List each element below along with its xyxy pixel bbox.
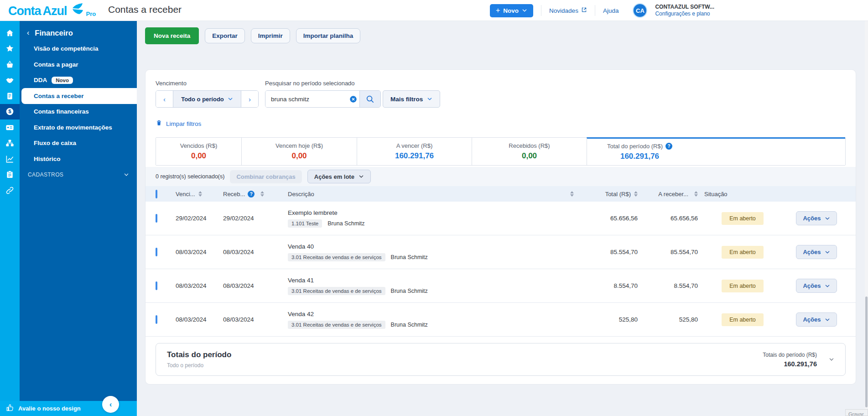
receipt-icon[interactable] (0, 88, 20, 104)
handshake-icon[interactable] (0, 73, 20, 88)
sidebar-panel: ‹ Financeiro Visão de competênciaContas … (20, 21, 137, 416)
row-acoes-button[interactable]: Ações (796, 211, 837, 225)
config-plan-link[interactable]: Configurações e plano (655, 10, 714, 17)
summary-card-total-do-periodo-r[interactable]: Total do período (R$)160.291,76 (587, 137, 845, 165)
novo-button[interactable]: Novo (490, 4, 533, 17)
row-checkbox[interactable] (156, 214, 157, 223)
novidades-link[interactable]: Novidades (549, 7, 587, 14)
period-dropdown[interactable]: Todo o período (173, 91, 241, 107)
limpar-filtros-link[interactable]: Limpar filtros (156, 120, 201, 128)
sidebar-item-contas-financeiras[interactable]: Contas financeiras (20, 104, 137, 120)
imprimir-button[interactable]: Imprimir (251, 28, 290, 43)
totals-right-label: Totais do período (R$) (763, 352, 817, 358)
help-icon[interactable] (248, 191, 255, 198)
leaf-icon (72, 3, 83, 16)
row-acoes-button[interactable]: Ações (796, 279, 837, 293)
row-description: Exemplo lembrete (288, 209, 365, 216)
summary-card-a-vencer-r[interactable]: A vencer (R$)160.291,76 (357, 138, 472, 165)
sidebar-item-extrato-de-movimentacoes[interactable]: Extrato de movimentações (20, 120, 137, 135)
ajuda-link[interactable]: Ajuda (603, 7, 619, 14)
status-badge: Em aberto (722, 212, 764, 225)
sidebar-item-contas-a-pagar[interactable]: Contas a pagar (20, 57, 137, 73)
sitemap-icon[interactable] (0, 135, 20, 151)
home-icon[interactable] (0, 25, 20, 41)
sidebar-section-header[interactable]: ‹ Financeiro (20, 25, 137, 41)
summary-card-recebidos-r[interactable]: Recebidos (R$)0,00 (472, 138, 587, 165)
search-input[interactable] (265, 91, 347, 107)
collapse-sidebar-button[interactable]: ‹ (102, 396, 119, 413)
sort-icon[interactable] (198, 191, 202, 197)
row-checkbox[interactable] (156, 281, 157, 290)
sort-icon[interactable] (570, 191, 574, 197)
header-divider (541, 5, 541, 16)
table-row: 08/03/202408/03/2024Venda 403.01 Receita… (146, 235, 856, 269)
next-period-button[interactable]: › (241, 91, 258, 107)
scrollbar-track[interactable] (865, 21, 868, 416)
novo-badge: Novo (52, 77, 73, 84)
help-icon[interactable] (665, 143, 672, 150)
sidebar-item-historico[interactable]: Histórico (20, 151, 137, 167)
importar-planilha-button[interactable]: Importar planilha (296, 28, 361, 43)
sidebar-item-visao-de-competencia[interactable]: Visão de competência (20, 41, 137, 57)
nova-receita-button[interactable]: Nova receita (145, 27, 199, 44)
app-logo[interactable]: Conta Azul Pro (8, 3, 96, 18)
row-vencimento: 08/03/2024 (176, 282, 223, 289)
acoes-em-lote-button[interactable]: Ações em lote (307, 170, 371, 183)
expand-totals-icon[interactable] (829, 357, 834, 362)
row-acoes-button[interactable]: Ações (796, 245, 837, 259)
row-acoes-button[interactable]: Ações (796, 312, 837, 327)
row-total: 85.554,70 (584, 249, 638, 255)
exportar-button[interactable]: Exportar (205, 28, 245, 43)
sidebar-item-contas-a-receber[interactable]: Contas a receber (21, 88, 137, 104)
table-row: 08/03/202408/03/2024Venda 423.01 Receita… (146, 303, 856, 337)
search-group (265, 90, 381, 108)
sidebar-item-cadastros[interactable]: CADASTROS (20, 167, 137, 183)
combinar-cobrancas-button[interactable]: Combinar cobranças (230, 170, 301, 183)
row-vencimento: 29/02/2024 (176, 215, 223, 222)
row-vencimento: 08/03/2024 (176, 316, 223, 323)
search-icon[interactable] (359, 91, 380, 107)
period-selector: ‹ Todo o período › (156, 90, 259, 108)
star-icon[interactable] (0, 41, 20, 57)
sidebar-item-fluxo-de-caixa[interactable]: Fluxo de caixa (20, 135, 137, 151)
sidebar-item-label: Histórico (34, 156, 61, 162)
thumbs-up-icon (6, 404, 14, 413)
summary-card-vencidos-r[interactable]: Vencidos (R$)0,00 (156, 138, 241, 165)
plus-icon (496, 6, 500, 15)
summary-card-label: Total do período (R$) (607, 143, 672, 150)
clipboard-icon[interactable] (0, 167, 20, 183)
mais-filtros-button[interactable]: Mais filtros (383, 90, 440, 108)
chart-icon[interactable] (0, 151, 20, 167)
row-checkbox[interactable] (156, 248, 157, 256)
chevron-down-icon (825, 317, 830, 322)
row-recebimento: 08/03/2024 (223, 282, 288, 289)
logo-azul: Azul (43, 4, 67, 18)
sidebar-item-dda[interactable]: DDANovo (20, 73, 137, 88)
dollar-icon[interactable]: $ (0, 104, 20, 120)
vencimento-label: Vencimento (156, 80, 259, 87)
summary-card-vencem-hoje-r[interactable]: Vencem hoje (R$)0,00 (241, 138, 357, 165)
row-a-receber: 8.554,70 (638, 282, 698, 289)
trash-icon (156, 120, 162, 128)
clear-search-icon[interactable] (347, 91, 359, 107)
col-vencimento: Venci... (176, 191, 195, 198)
link-icon[interactable] (0, 182, 20, 198)
card-icon[interactable] (0, 120, 20, 135)
gravar-tooltip: Gravar (845, 409, 868, 416)
chevron-down-icon (228, 96, 233, 102)
avatar[interactable]: CA (633, 3, 647, 18)
sort-icon[interactable] (694, 191, 698, 197)
row-checkbox[interactable] (156, 315, 157, 324)
col-descricao: Descrição (288, 191, 314, 198)
summary-card-value: 0,00 (291, 151, 307, 161)
receivables-panel: Vencimento ‹ Todo o período › Pesquisar … (145, 69, 856, 385)
prev-period-button[interactable]: ‹ (156, 91, 173, 107)
scrollbar-thumb[interactable] (865, 296, 868, 407)
sort-icon[interactable] (260, 191, 264, 197)
totals-card: Totais do período Todo o período Totais … (156, 343, 846, 376)
row-recebimento: 29/02/2024 (223, 215, 288, 222)
basket-icon[interactable] (0, 57, 20, 73)
sort-icon[interactable] (634, 191, 638, 197)
select-all-checkbox[interactable] (156, 190, 157, 198)
section-title: Financeiro (35, 29, 73, 37)
